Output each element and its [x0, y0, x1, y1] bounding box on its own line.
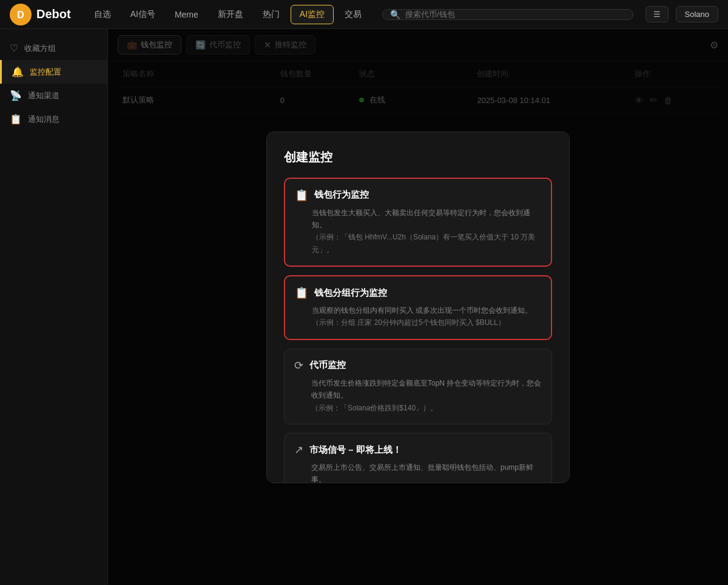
card-desc-3: 当代币发生价格涨跌到特定金额底至TopN 持仓变动等特定行为时，您会收到通知。 … — [294, 377, 542, 414]
sidebar-item-jiankong[interactable]: 🔔 监控配置 — [0, 60, 107, 84]
heart-icon: ♡ — [10, 42, 18, 54]
logo-text: Debot — [36, 7, 71, 21]
nav-zixuan[interactable]: 自选 — [86, 5, 120, 24]
nav-xinkaipan[interactable]: 新开盘 — [209, 5, 252, 24]
logo: D Debot — [10, 4, 71, 25]
menu-button[interactable]: ☰ — [645, 6, 669, 22]
modal-title: 创建监控 — [284, 149, 552, 165]
nav-aijiankong[interactable]: AI监控 — [291, 5, 334, 24]
wallet-button[interactable]: Solano — [676, 6, 718, 22]
card-daibi[interactable]: ⟳ 代币监控 当代币发生价格涨跌到特定金额底至TopN 持仓变动等特定行为时，您… — [284, 349, 552, 424]
card-icon-3: ⟳ — [294, 359, 303, 372]
search-input[interactable] — [405, 10, 625, 19]
topnav-right: ☰ Solano — [645, 6, 718, 22]
card-title-3: 代币监控 — [309, 359, 346, 371]
broadcast-icon: 📡 — [10, 90, 22, 101]
nav-ai[interactable]: AI信号 — [122, 5, 164, 24]
nav-remen[interactable]: 热门 — [254, 5, 288, 24]
sidebar-item-tongzhi[interactable]: 📡 通知渠道 — [0, 84, 107, 107]
card-desc-2: 当观察的钱包分组内有同时买入 或多次出现一个币时您会收到通知。 （示例：分组 庄… — [295, 304, 541, 329]
card-shichang[interactable]: ↗ 市场信号 – 即将上线！ 交易所上市公告、交易所上市通知、批量聪明钱包包括动… — [284, 433, 552, 483]
sidebar: ♡ 收藏方组 🔔 监控配置 📡 通知渠道 📋 通知消息 — [0, 29, 108, 585]
bell-icon: 🔔 — [12, 66, 24, 78]
content: 💼 钱包监控 🔄 代币监控 ✕ 推特监控 ⚙ 策略名称 钱包数量 状态 创建时间… — [108, 29, 728, 585]
sidebar-label-jiankong: 监控配置 — [30, 67, 61, 78]
card-icon-4: ↗ — [294, 443, 303, 456]
message-icon: 📋 — [10, 113, 22, 125]
sidebar-label-tongzhixiaoxi: 通知消息 — [28, 114, 59, 125]
card-desc-1: 当钱包发生大额买入、大额卖出任何交易等特定行为时，您会收到通知。 （示例：「钱包… — [295, 207, 541, 256]
search-bar: 🔍 — [382, 9, 633, 20]
sidebar-label-tongzhi: 通知渠道 — [28, 90, 59, 101]
card-icon-1: 📋 — [295, 189, 308, 202]
search-icon: 🔍 — [390, 10, 400, 19]
card-desc-4: 交易所上市公告、交易所上市通知、批量聪明钱包包括动、pump新鲜事。 — [294, 461, 542, 483]
card-qianbao-xingwei[interactable]: 📋 钱包行为监控 当钱包发生大额买入、大额卖出任何交易等特定行为时，您会收到通知… — [284, 178, 552, 267]
modal-box: 创建监控 📋 钱包行为监控 当钱包发生大额买入、大额卖出任何交易等特定行为时，您… — [266, 132, 570, 483]
sidebar-label-zhanwei: 收藏方组 — [24, 43, 56, 54]
logo-icon: D — [10, 4, 32, 25]
svg-text:D: D — [17, 10, 24, 20]
sidebar-item-tongzhixiaoxi[interactable]: 📋 通知消息 — [0, 107, 107, 131]
card-title-4: 市场信号 – 即将上线！ — [309, 444, 402, 456]
nav-meme[interactable]: Meme — [166, 6, 207, 23]
topnav: D Debot 自选 AI信号 Meme 新开盘 热门 AI监控 交易 🔍 ☰ … — [0, 0, 728, 29]
sidebar-item-zhanwei[interactable]: ♡ 收藏方组 — [0, 36, 107, 60]
card-qianbao-fenzu[interactable]: 📋 钱包分组行为监控 当观察的钱包分组内有同时买入 或多次出现一个币时您会收到通… — [284, 275, 552, 340]
nav-jiaoy[interactable]: 交易 — [336, 5, 370, 24]
main-layout: ♡ 收藏方组 🔔 监控配置 📡 通知渠道 📋 通知消息 💼 钱包监控 🔄 代币监… — [0, 29, 728, 585]
card-icon-2: 📋 — [295, 286, 308, 299]
card-title-1: 钱包行为监控 — [314, 189, 369, 201]
modal-overlay: 创建监控 📋 钱包行为监控 当钱包发生大额买入、大额卖出任何交易等特定行为时，您… — [108, 29, 728, 585]
card-title-2: 钱包分组行为监控 — [314, 287, 387, 299]
